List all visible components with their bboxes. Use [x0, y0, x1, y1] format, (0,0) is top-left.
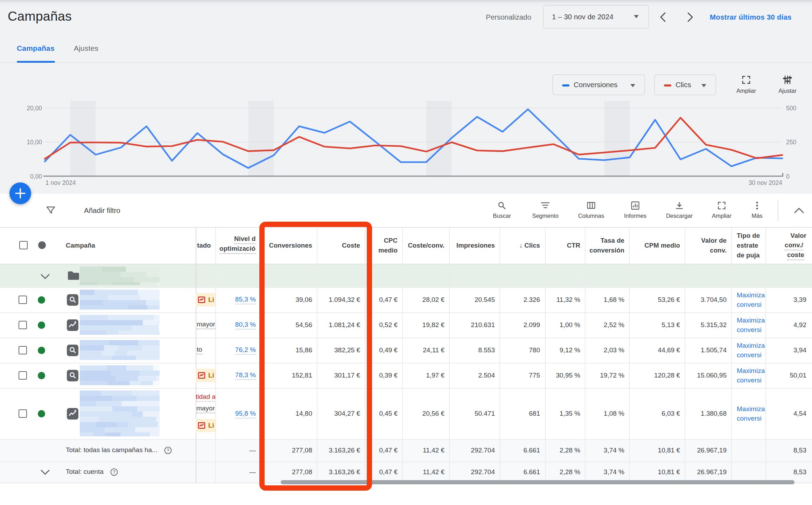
tipo-estrategia-cell: Maximizaconversi	[731, 363, 765, 388]
svg-text:?: ?	[167, 448, 169, 453]
weekend-band	[426, 101, 452, 176]
toolbar-action-informes[interactable]: Informes	[612, 201, 658, 222]
toolbar-action-ms[interactable]: Más	[734, 201, 780, 222]
valor-conv-value: 1.505,74	[650, 346, 727, 354]
valor-conv-value: 5.315,32	[650, 321, 727, 329]
download-icon	[674, 201, 684, 210]
weekend-band	[604, 101, 630, 176]
help-icon: ?	[110, 468, 118, 476]
add-filter-label[interactable]: Añadir filtro	[84, 206, 120, 215]
toolbar-action-label: Segmento	[523, 213, 568, 219]
toolbar-action-label: Columnas	[568, 213, 614, 219]
column-header-campaign[interactable]: Campaña	[66, 242, 95, 249]
row-border	[0, 287, 812, 288]
plus-icon	[9, 182, 31, 204]
filter-button[interactable]	[46, 206, 56, 217]
add-campaign-button[interactable]	[9, 182, 31, 204]
status-enabled-dot	[38, 372, 45, 379]
blurred-campaign-name	[80, 315, 160, 335]
column-header-vc-line1[interactable]: Valor	[701, 232, 806, 240]
total-valor-value: 26.967,19	[650, 468, 727, 476]
column-header-vc-line3[interactable]: coste	[787, 251, 804, 260]
filter-funnel-icon	[46, 206, 56, 215]
folder-icon	[66, 270, 80, 281]
row-checkbox[interactable]	[19, 409, 27, 418]
bid-strategy-link[interactable]: Maximizaconversi	[737, 341, 765, 360]
blurred-group-name	[80, 267, 160, 285]
reports-icon	[630, 201, 640, 210]
campaign-type-icon-tile	[67, 319, 78, 331]
right-axis-tick-0: 0	[786, 173, 790, 180]
bid-strategy-link[interactable]: Maximizaconversi	[737, 316, 765, 334]
tipo-estrategia-cell: Maximizaconversi	[731, 388, 765, 439]
status-enabled-dot	[38, 296, 45, 304]
more-icon	[752, 201, 762, 210]
column-header-tipo-line2[interactable]: estrate	[737, 242, 758, 249]
svg-text:?: ?	[113, 469, 115, 475]
toolbar-action-columnas[interactable]: Columnas	[568, 201, 614, 222]
bid-strategy-link[interactable]: Maximizaconversi	[737, 404, 765, 423]
tipo-estrategia-cell: Maximizaconversi	[731, 338, 765, 363]
select-all-checkbox[interactable]	[19, 241, 28, 249]
toolbar-bottom-border	[0, 227, 812, 228]
total-row-label: Total: todas las campañas ha...	[66, 446, 158, 454]
blurred-campaign-name	[80, 290, 160, 310]
toolbar-action-label: Informes	[612, 213, 658, 219]
blurred-campaign-name	[80, 390, 160, 436]
valor-conv-value: 3.704,50	[650, 296, 727, 304]
limited-badge: Li	[196, 419, 215, 432]
valor-conv-value: 1.380,68	[650, 410, 727, 417]
campaign-type-icon-tile	[67, 408, 78, 420]
columns-icon	[586, 201, 596, 210]
tipo-estrategia-cell: Maximizaconversi	[731, 287, 765, 312]
status-enabled-dot	[38, 321, 45, 329]
blurred-campaign-name	[80, 365, 160, 385]
search-campaign-icon	[67, 345, 78, 356]
status-enabled-dot	[38, 410, 45, 417]
help-icon: ?	[164, 446, 172, 455]
annotation-highlight-rectangle	[259, 222, 372, 491]
segment-icon	[540, 201, 550, 210]
x-axis-end-label: 30 nov 2024	[712, 179, 782, 187]
status-filter-dot-icon[interactable]	[38, 241, 46, 249]
row-checkbox[interactable]	[19, 346, 27, 354]
tipo-estrategia-cell: Maximizaconversi	[731, 312, 765, 338]
limited-badge-text: Li	[208, 422, 214, 429]
search-campaign-icon	[67, 370, 78, 381]
chevron-down-icon	[40, 272, 50, 281]
total-row-label: Total: cuenta	[66, 468, 104, 476]
row-border	[0, 439, 812, 440]
limited-chart-icon	[198, 422, 205, 429]
left-axis-tick-10: 10,00	[7, 139, 42, 146]
toolbar-action-label: Buscar	[479, 213, 525, 219]
campaign-type-icon-tile	[67, 294, 78, 306]
column-header-valor-line2[interactable]: conv.	[622, 247, 727, 254]
row-checkbox[interactable]	[19, 321, 27, 329]
column-header-tipo-line3[interactable]: de puja	[737, 251, 760, 259]
collapse-table-button[interactable]	[794, 206, 804, 216]
bid-strategy-link[interactable]: Maximizaconversi	[737, 366, 765, 385]
row-border	[0, 363, 812, 364]
total-vc-value: 8,53	[729, 447, 806, 454]
total-vc-value: 8,53	[729, 468, 806, 476]
toolbar-action-descargar[interactable]: Descargar	[657, 201, 702, 222]
left-axis-tick-0: 0,00	[7, 173, 42, 180]
valor-conv-value: 15.060,95	[650, 372, 727, 379]
column-header-vc-line2[interactable]: conv./	[785, 241, 803, 250]
collapse-group-button[interactable]	[40, 272, 50, 282]
weekend-band	[248, 101, 274, 176]
x-axis-start-label: 1 nov 2024	[46, 179, 76, 187]
expand-total-button[interactable]	[40, 468, 50, 478]
time-series-chart[interactable]	[0, 0, 812, 191]
help-icon[interactable]: ?	[164, 446, 172, 456]
row-checkbox[interactable]	[19, 371, 27, 380]
toolbar-action-buscar[interactable]: Buscar	[479, 201, 525, 222]
help-icon[interactable]: ?	[110, 468, 118, 478]
blurred-campaign-name	[80, 340, 160, 360]
row-checkbox[interactable]	[19, 296, 27, 304]
search-campaign-icon	[67, 294, 78, 306]
right-axis-tick-500: 500	[786, 105, 796, 112]
bid-strategy-link[interactable]: Maximizaconversi	[737, 290, 765, 309]
toolbar-action-segmento[interactable]: Segmento	[523, 201, 568, 222]
toolbar-action-label: Descargar	[657, 213, 702, 219]
